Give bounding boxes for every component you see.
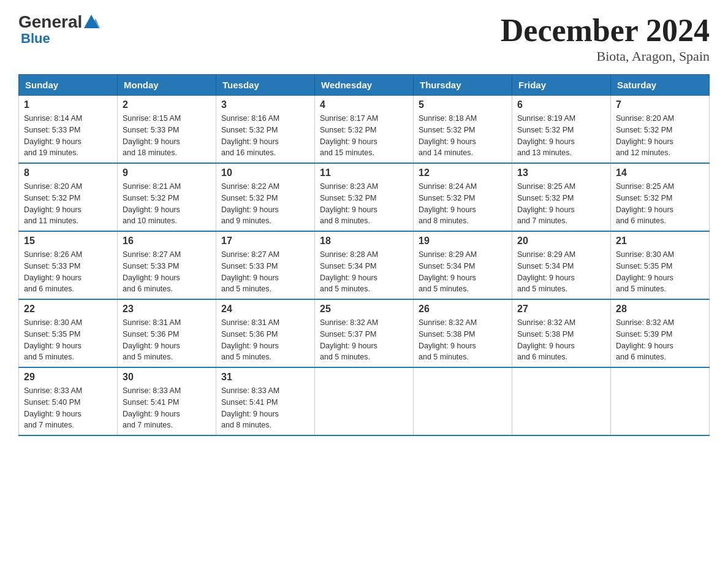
day-number: 17 (221, 236, 309, 247)
calendar-day-cell: 16 Sunrise: 8:27 AM Sunset: 5:33 PM Dayl… (118, 231, 216, 299)
day-number: 1 (24, 99, 112, 110)
day-number: 20 (517, 236, 605, 247)
day-info: Sunrise: 8:33 AM Sunset: 5:41 PM Dayligh… (123, 385, 211, 431)
calendar-empty-cell (512, 367, 611, 435)
calendar-day-cell: 7 Sunrise: 8:20 AM Sunset: 5:32 PM Dayli… (611, 96, 710, 164)
calendar-empty-cell (414, 367, 512, 435)
calendar-week-row: 8 Sunrise: 8:20 AM Sunset: 5:32 PM Dayli… (19, 163, 710, 231)
day-info: Sunrise: 8:25 AM Sunset: 5:32 PM Dayligh… (517, 181, 605, 227)
calendar-day-cell: 9 Sunrise: 8:21 AM Sunset: 5:32 PM Dayli… (118, 163, 216, 231)
calendar-week-row: 22 Sunrise: 8:30 AM Sunset: 5:35 PM Dayl… (19, 299, 710, 367)
day-info: Sunrise: 8:15 AM Sunset: 5:33 PM Dayligh… (123, 113, 211, 159)
logo-triangle-icon (83, 13, 100, 31)
calendar-header-wednesday: Wednesday (315, 75, 414, 96)
day-number: 29 (24, 372, 112, 383)
day-number: 26 (419, 304, 507, 315)
calendar-header-row: SundayMondayTuesdayWednesdayThursdayFrid… (19, 75, 710, 96)
calendar-header-thursday: Thursday (414, 75, 512, 96)
day-number: 2 (123, 99, 211, 110)
day-info: Sunrise: 8:20 AM Sunset: 5:32 PM Dayligh… (616, 113, 704, 159)
calendar-day-cell: 26 Sunrise: 8:32 AM Sunset: 5:38 PM Dayl… (414, 299, 512, 367)
day-info: Sunrise: 8:32 AM Sunset: 5:38 PM Dayligh… (419, 317, 507, 363)
day-number: 27 (517, 304, 605, 315)
day-number: 4 (320, 99, 408, 110)
page-title: December 2024 (501, 12, 710, 48)
calendar-day-cell: 4 Sunrise: 8:17 AM Sunset: 5:32 PM Dayli… (315, 96, 414, 164)
day-info: Sunrise: 8:17 AM Sunset: 5:32 PM Dayligh… (320, 113, 408, 159)
calendar-day-cell: 31 Sunrise: 8:33 AM Sunset: 5:41 PM Dayl… (216, 367, 315, 435)
day-info: Sunrise: 8:16 AM Sunset: 5:32 PM Dayligh… (221, 113, 309, 159)
page-subtitle: Biota, Aragon, Spain (501, 48, 710, 64)
title-area: December 2024 Biota, Aragon, Spain (501, 12, 710, 64)
calendar-day-cell: 30 Sunrise: 8:33 AM Sunset: 5:41 PM Dayl… (118, 367, 216, 435)
day-info: Sunrise: 8:29 AM Sunset: 5:34 PM Dayligh… (419, 249, 507, 295)
day-number: 24 (221, 304, 309, 315)
day-number: 30 (123, 372, 211, 383)
calendar-day-cell: 15 Sunrise: 8:26 AM Sunset: 5:33 PM Dayl… (19, 231, 118, 299)
calendar-day-cell: 5 Sunrise: 8:18 AM Sunset: 5:32 PM Dayli… (414, 96, 512, 164)
day-number: 3 (221, 99, 309, 110)
day-number: 16 (123, 236, 211, 247)
calendar-week-row: 1 Sunrise: 8:14 AM Sunset: 5:33 PM Dayli… (19, 96, 710, 164)
day-number: 14 (616, 167, 704, 178)
calendar-day-cell: 29 Sunrise: 8:33 AM Sunset: 5:40 PM Dayl… (19, 367, 118, 435)
day-info: Sunrise: 8:19 AM Sunset: 5:32 PM Dayligh… (517, 113, 605, 159)
day-info: Sunrise: 8:24 AM Sunset: 5:32 PM Dayligh… (419, 181, 507, 227)
day-info: Sunrise: 8:27 AM Sunset: 5:33 PM Dayligh… (123, 249, 211, 295)
day-info: Sunrise: 8:28 AM Sunset: 5:34 PM Dayligh… (320, 249, 408, 295)
day-number: 12 (419, 167, 507, 178)
calendar-day-cell: 13 Sunrise: 8:25 AM Sunset: 5:32 PM Dayl… (512, 163, 611, 231)
calendar-header-friday: Friday (512, 75, 611, 96)
calendar-day-cell: 19 Sunrise: 8:29 AM Sunset: 5:34 PM Dayl… (414, 231, 512, 299)
day-number: 22 (24, 304, 112, 315)
day-info: Sunrise: 8:18 AM Sunset: 5:32 PM Dayligh… (419, 113, 507, 159)
day-info: Sunrise: 8:23 AM Sunset: 5:32 PM Dayligh… (320, 181, 408, 227)
day-info: Sunrise: 8:33 AM Sunset: 5:41 PM Dayligh… (221, 385, 309, 431)
day-number: 15 (24, 236, 112, 247)
calendar-day-cell: 2 Sunrise: 8:15 AM Sunset: 5:33 PM Dayli… (118, 96, 216, 164)
day-number: 19 (419, 236, 507, 247)
day-info: Sunrise: 8:32 AM Sunset: 5:38 PM Dayligh… (517, 317, 605, 363)
calendar-day-cell: 12 Sunrise: 8:24 AM Sunset: 5:32 PM Dayl… (414, 163, 512, 231)
day-number: 13 (517, 167, 605, 178)
calendar-day-cell: 8 Sunrise: 8:20 AM Sunset: 5:32 PM Dayli… (19, 163, 118, 231)
day-info: Sunrise: 8:32 AM Sunset: 5:37 PM Dayligh… (320, 317, 408, 363)
calendar-day-cell: 24 Sunrise: 8:31 AM Sunset: 5:36 PM Dayl… (216, 299, 315, 367)
day-info: Sunrise: 8:14 AM Sunset: 5:33 PM Dayligh… (24, 113, 112, 159)
calendar-week-row: 15 Sunrise: 8:26 AM Sunset: 5:33 PM Dayl… (19, 231, 710, 299)
day-info: Sunrise: 8:31 AM Sunset: 5:36 PM Dayligh… (123, 317, 211, 363)
calendar-day-cell: 20 Sunrise: 8:29 AM Sunset: 5:34 PM Dayl… (512, 231, 611, 299)
calendar-empty-cell (611, 367, 710, 435)
calendar-header-tuesday: Tuesday (216, 75, 315, 96)
calendar-day-cell: 3 Sunrise: 8:16 AM Sunset: 5:32 PM Dayli… (216, 96, 315, 164)
calendar-day-cell: 14 Sunrise: 8:25 AM Sunset: 5:32 PM Dayl… (611, 163, 710, 231)
day-info: Sunrise: 8:21 AM Sunset: 5:32 PM Dayligh… (123, 181, 211, 227)
day-number: 9 (123, 167, 211, 178)
calendar-day-cell: 1 Sunrise: 8:14 AM Sunset: 5:33 PM Dayli… (19, 96, 118, 164)
calendar-header-sunday: Sunday (19, 75, 118, 96)
logo-blue-text: Blue (21, 31, 50, 46)
day-number: 28 (616, 304, 704, 315)
page-header: General Blue December 2024 Biota, Aragon… (18, 12, 710, 64)
day-number: 25 (320, 304, 408, 315)
day-info: Sunrise: 8:26 AM Sunset: 5:33 PM Dayligh… (24, 249, 112, 295)
calendar-day-cell: 6 Sunrise: 8:19 AM Sunset: 5:32 PM Dayli… (512, 96, 611, 164)
calendar-day-cell: 11 Sunrise: 8:23 AM Sunset: 5:32 PM Dayl… (315, 163, 414, 231)
day-info: Sunrise: 8:33 AM Sunset: 5:40 PM Dayligh… (24, 385, 112, 431)
day-number: 10 (221, 167, 309, 178)
day-info: Sunrise: 8:29 AM Sunset: 5:34 PM Dayligh… (517, 249, 605, 295)
calendar-day-cell: 10 Sunrise: 8:22 AM Sunset: 5:32 PM Dayl… (216, 163, 315, 231)
calendar-header-monday: Monday (118, 75, 216, 96)
calendar-day-cell: 23 Sunrise: 8:31 AM Sunset: 5:36 PM Dayl… (118, 299, 216, 367)
day-number: 11 (320, 167, 408, 178)
day-number: 7 (616, 99, 704, 110)
logo: General Blue (18, 12, 100, 47)
calendar-week-row: 29 Sunrise: 8:33 AM Sunset: 5:40 PM Dayl… (19, 367, 710, 435)
calendar-day-cell: 17 Sunrise: 8:27 AM Sunset: 5:33 PM Dayl… (216, 231, 315, 299)
day-info: Sunrise: 8:32 AM Sunset: 5:39 PM Dayligh… (616, 317, 704, 363)
day-info: Sunrise: 8:25 AM Sunset: 5:32 PM Dayligh… (616, 181, 704, 227)
day-number: 23 (123, 304, 211, 315)
day-info: Sunrise: 8:30 AM Sunset: 5:35 PM Dayligh… (24, 317, 112, 363)
day-number: 6 (517, 99, 605, 110)
calendar-day-cell: 18 Sunrise: 8:28 AM Sunset: 5:34 PM Dayl… (315, 231, 414, 299)
